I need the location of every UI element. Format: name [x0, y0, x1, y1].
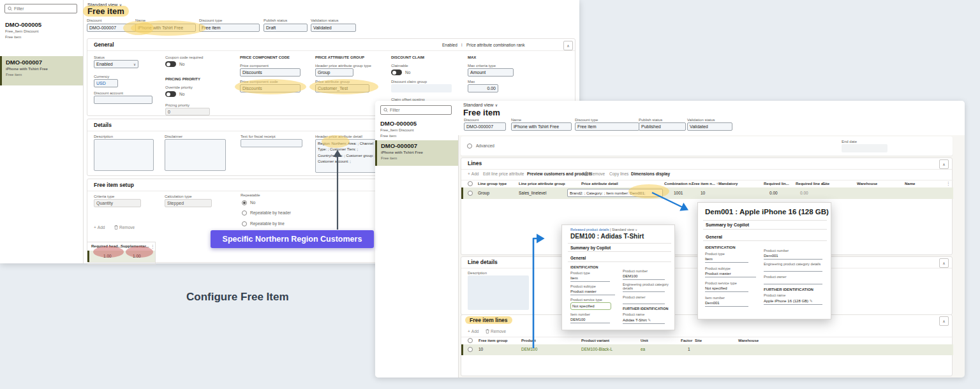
- column-header[interactable]: Required line a...: [796, 182, 826, 186]
- column-header[interactable]: Required lin...: [764, 182, 789, 186]
- rank-link[interactable]: Price attribute combination rank: [466, 43, 524, 47]
- view-label[interactable]: Standard view: [612, 228, 634, 231]
- kebab-icon[interactable]: ⋮: [151, 244, 155, 249]
- fiscal-receipt-field[interactable]: [241, 139, 302, 147]
- validation-status-field[interactable]: Validated: [687, 122, 732, 131]
- free-item-line-row[interactable]: 10 DEM100 DEM100-Black-L ea 1: [461, 344, 953, 355]
- select-all-circle[interactable]: [468, 181, 473, 186]
- discount-field[interactable]: DMO-000007: [87, 24, 137, 32]
- name-field[interactable]: iPhone with Tshirt Free: [135, 24, 196, 32]
- section-title[interactable]: General: [94, 41, 114, 48]
- add-button[interactable]: +Add: [468, 329, 479, 334]
- product-type-value[interactable]: Item: [570, 276, 610, 282]
- radio-repeatable-line[interactable]: [242, 221, 247, 226]
- copy-lines-button[interactable]: Copy lines: [609, 172, 628, 176]
- remove-button[interactable]: Remove: [486, 329, 506, 334]
- radio-repeatable-header[interactable]: [242, 210, 247, 216]
- section-title[interactable]: Free item setup: [94, 182, 134, 188]
- collapse-icon[interactable]: ∧: [939, 159, 949, 169]
- discount-type-field[interactable]: Free item: [575, 122, 639, 131]
- item-number-link[interactable]: Dem001: [705, 301, 748, 307]
- price-component-field[interactable]: Discounts: [240, 68, 301, 77]
- max-criteria-type-field[interactable]: Amount: [468, 68, 514, 77]
- header-pag-type-field[interactable]: Group: [315, 68, 353, 77]
- filter-input[interactable]: Filter: [4, 4, 77, 13]
- column-header[interactable]: Mandatory: [718, 182, 738, 186]
- remove-button[interactable]: Remove: [114, 225, 135, 230]
- column-header[interactable]: Factor: [681, 339, 692, 342]
- general-bar[interactable]: General: [703, 233, 827, 241]
- column-header[interactable]: Price attribute detail: [581, 182, 618, 186]
- advanced-radio[interactable]: [467, 143, 472, 149]
- section-title[interactable]: Details: [94, 122, 112, 128]
- general-bar[interactable]: General: [568, 254, 671, 262]
- list-item-dmo7-selected[interactable]: DMO-000007 iPhone with Tshirt Free Free …: [375, 140, 458, 166]
- section-title[interactable]: Free item lines: [465, 317, 512, 323]
- lines-table-row[interactable]: Group Sales_linelevel Brand2: ; Category…: [461, 187, 953, 199]
- column-header[interactable]: Free item n... ↑: [692, 182, 718, 186]
- edit-line-price-attribute-button[interactable]: Edit line price attribute: [483, 172, 524, 176]
- collapse-icon[interactable]: ∧: [563, 41, 573, 50]
- column-header[interactable]: Warehouse: [738, 339, 759, 342]
- dimensions-display-button[interactable]: Dimensions display: [631, 172, 670, 176]
- product-link[interactable]: DEM100: [521, 347, 537, 351]
- list-item-dmo5[interactable]: DMO-000005 Free_Item Discount Free item: [0, 18, 83, 45]
- price-component-code-field[interactable]: Discounts: [240, 84, 301, 92]
- column-header[interactable]: Name: [905, 182, 915, 186]
- override-priority-toggle[interactable]: [165, 91, 176, 97]
- column-header[interactable]: Warehouse: [857, 182, 877, 186]
- column-header[interactable]: Site: [695, 339, 702, 342]
- price-attr-detail-cell[interactable]: Brand2: ; Category: ; Item number: Dem00…: [567, 189, 663, 197]
- publish-status-field[interactable]: Draft: [264, 24, 308, 32]
- column-header[interactable]: Combination n...: [664, 182, 694, 186]
- column-header[interactable]: Required head...: [91, 244, 121, 248]
- breadcrumb[interactable]: Released product details | Standard view…: [570, 228, 637, 231]
- column-header[interactable]: Line price attribute group: [519, 182, 565, 186]
- section-title[interactable]: Line details: [468, 259, 498, 265]
- summary-by-copilot-bar[interactable]: Summary by Copilot: [703, 220, 827, 230]
- row-select-circle[interactable]: [468, 347, 473, 352]
- pricing-priority-field[interactable]: 0: [165, 108, 210, 115]
- list-item-dmo5[interactable]: DMO-000005 Free_Item Discount Free item: [375, 119, 458, 140]
- claimable-toggle[interactable]: [391, 70, 402, 75]
- end-date-field[interactable]: [842, 144, 887, 152]
- column-header[interactable]: Supplementar...: [121, 244, 149, 248]
- collapse-icon[interactable]: ∧: [939, 258, 949, 268]
- breadcrumb-link[interactable]: Released product details: [570, 228, 609, 231]
- discount-account-field[interactable]: [94, 96, 152, 104]
- remove-button[interactable]: Remove: [584, 172, 605, 176]
- product-number-link[interactable]: Dem001: [764, 254, 822, 260]
- list-item-dmo7-selected[interactable]: DMO-000007 iPhone with Tshirt Free Free …: [0, 56, 83, 85]
- status-select[interactable]: Enabled ∨: [94, 60, 138, 68]
- product-subtype-value[interactable]: Product master: [705, 272, 756, 277]
- select-all-circle[interactable]: [468, 338, 473, 343]
- item-number-link[interactable]: DEM100: [570, 318, 610, 323]
- view-selector[interactable]: Standard view ∨: [463, 102, 498, 108]
- column-header[interactable]: Product variant: [581, 339, 609, 342]
- description-textarea[interactable]: [468, 275, 529, 310]
- column-header[interactable]: Free item group: [479, 339, 507, 342]
- collapse-icon[interactable]: ∧: [939, 316, 949, 326]
- name-field[interactable]: iPhone with Tshirt Free: [511, 122, 572, 131]
- calculation-type-field[interactable]: Stepped: [165, 199, 212, 207]
- discount-claim-group-field[interactable]: [391, 84, 452, 92]
- discount-field[interactable]: DMO-000007: [464, 122, 506, 131]
- column-header[interactable]: Site: [822, 182, 829, 186]
- region-annotation-button[interactable]: Specific Northern Region Customers: [211, 230, 374, 248]
- filter-input[interactable]: Filter: [380, 105, 452, 115]
- product-service-type-value[interactable]: Not specified: [570, 302, 611, 310]
- criteria-type-field[interactable]: Quantity: [94, 199, 141, 207]
- product-name-value[interactable]: Apple iPhone 16 (128 GB) ✎: [764, 298, 822, 305]
- kebab-icon[interactable]: ⋮: [946, 181, 951, 186]
- header-attr-detail-box[interactable]: Region: Northern; Area: ; Channel Type: …: [315, 139, 379, 173]
- column-header[interactable]: Product: [521, 339, 536, 342]
- product-type-value[interactable]: Item: [705, 257, 748, 263]
- row-select-circle[interactable]: [468, 191, 473, 196]
- price-attribute-group-field[interactable]: Customer_Test: [315, 84, 369, 92]
- column-header[interactable]: Unit: [641, 339, 648, 342]
- currency-field[interactable]: USD: [94, 79, 118, 87]
- product-service-type-value[interactable]: Not specified: [705, 286, 748, 292]
- edit-icon[interactable]: ✎: [810, 299, 813, 303]
- product-subtype-value[interactable]: Product master: [570, 290, 615, 295]
- add-button[interactable]: +Add: [94, 225, 105, 230]
